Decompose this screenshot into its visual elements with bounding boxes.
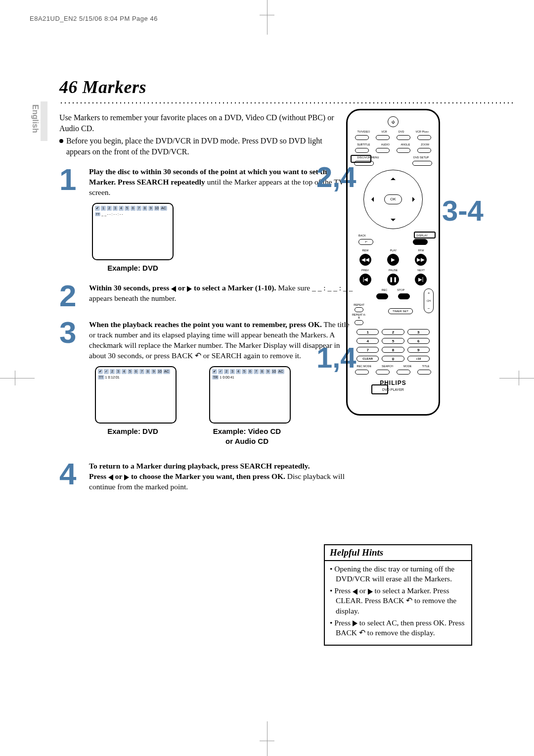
hints-title: Helpful Hints (325, 545, 471, 561)
page-title: 46 Markers (59, 77, 146, 97)
intro-text: Use Markers to remember your favorite pl… (59, 112, 336, 134)
example-label-3b-a: Example: Video CD (206, 426, 288, 436)
ok-button: OK (384, 194, 402, 204)
osd-check-icon: ✔ (95, 206, 100, 210)
hint-1: Opening the disc tray or turning off the… (330, 564, 466, 584)
osd-example-3b: ✔✓2345678910AC TR1 0:00:41 (209, 366, 291, 424)
back-icon: ↶ (359, 628, 365, 637)
language-tab: English (30, 101, 47, 141)
right-arrow-icon (187, 286, 192, 292)
right-arrow-icon (368, 589, 373, 595)
crop-mark-left (0, 378, 35, 378)
step-3-body: When the playback reaches the point you … (89, 319, 356, 446)
hint-3: Press to select AC, then press OK. Press… (330, 618, 466, 638)
remote-diagram: ⏻ TV/VIDEOVCRDVDVCR Plus+ SUBTITLEAUDIOA… (346, 109, 440, 416)
osd-example-1: ✔ 12345678910AC TT_ _ - - : - - : - - (92, 203, 174, 260)
step-4: 4 To return to a Marker during playback,… (59, 460, 356, 492)
hints-body: Opening the disc tray or turning off the… (325, 561, 471, 645)
right-arrow-icon (353, 620, 357, 626)
page-title-row: 46 Markers (59, 77, 504, 97)
back-icon: ↶ (406, 596, 412, 605)
example-label-1: Example: DVD (92, 263, 174, 273)
numpad: 123 456 789 CLEAR0+10 (356, 329, 430, 362)
step-number-2: 2 (59, 282, 89, 310)
highlight-search (371, 384, 388, 394)
osd-example-3a: ✔✓2345678910AC TT1 0:12:01 (95, 366, 177, 424)
back-icon: ↶ (195, 351, 201, 360)
channel-rocker: +CH− (424, 288, 434, 313)
helpful-hints-box: Helpful Hints Opening the disc tray or t… (324, 544, 472, 646)
power-icon: ⏻ (388, 116, 399, 127)
left-arrow-icon (353, 589, 357, 595)
step-2: 2 Within 30 seconds, press or to select … (59, 282, 356, 310)
step-1-body: Play the disc to within 30 seconds of th… (89, 166, 356, 273)
step-2-body: Within 30 seconds, press or to select a … (89, 282, 356, 310)
example-label-3a: Example: DVD (92, 426, 174, 436)
brand-label: PHILIPS (352, 379, 435, 386)
highlight-discmenu (351, 155, 371, 163)
step-number-3: 3 (59, 319, 89, 446)
step-number-1: 1 (59, 166, 89, 273)
step-1: 1 Play the disc to within 30 seconds of … (59, 166, 356, 273)
example-label-3b-b: or Audio CD (206, 436, 288, 446)
right-arrow-icon (124, 474, 129, 480)
highlight-display (414, 232, 436, 238)
left-arrow-icon (108, 474, 113, 480)
crop-mark-right (499, 378, 534, 378)
hint-2: Press or to select a Marker. Press CLEAR… (330, 586, 466, 615)
intro-block: Use Markers to remember your favorite pl… (59, 112, 336, 157)
intro-bullet: Before you begin, place the DVD/VCR in D… (59, 136, 336, 157)
dotted-divider (59, 101, 514, 104)
step-3: 3 When the playback reaches the point yo… (59, 319, 356, 446)
step-number-4: 4 (59, 460, 89, 492)
step-4-body: To return to a Marker during playback, p… (89, 460, 356, 492)
intro-bullet-text: Before you begin, place the DVD/VCR in D… (66, 136, 336, 157)
crop-mark-top (267, 0, 267, 35)
callout-34: 3-4 (442, 198, 484, 224)
dpad: OK (363, 170, 423, 229)
left-arrow-icon (171, 286, 176, 292)
bullet-icon (59, 139, 63, 143)
device-label: DVD PLAYER (352, 388, 435, 391)
crop-mark-bottom (267, 721, 267, 756)
page: E8A21UD_EN2 5/15/06 8:04 PM Page 46 Engl… (0, 0, 534, 756)
